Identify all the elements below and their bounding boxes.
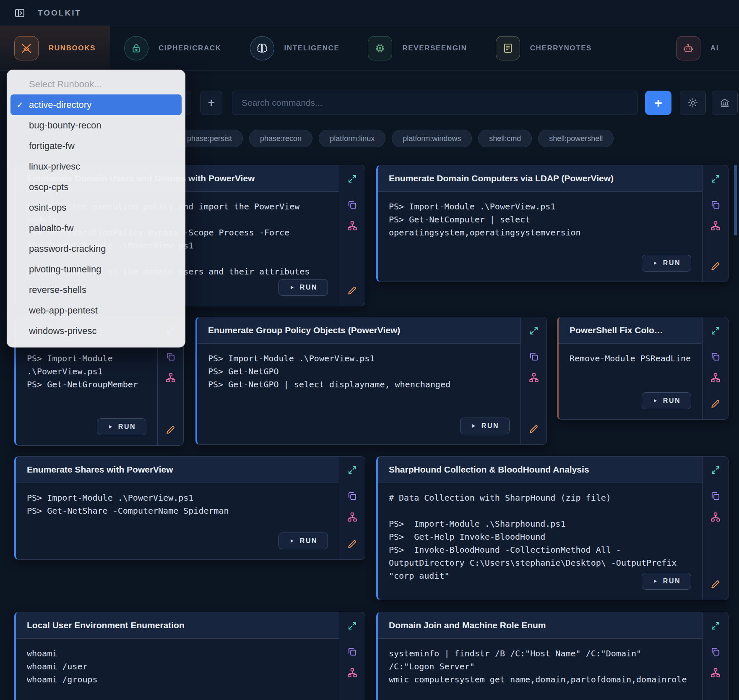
run-button[interactable]: RUN: [278, 279, 328, 296]
runbook-option[interactable]: ✓ reverse-shells: [10, 279, 182, 300]
runbook-dropdown-placeholder: Select Runbook...: [10, 74, 182, 94]
add-runbook-button[interactable]: +: [200, 91, 222, 115]
tab-label: CIPHER/CRACK: [159, 44, 221, 52]
runbook-option[interactable]: ✓ paloalto-fw: [10, 218, 182, 238]
copy-icon[interactable]: [163, 349, 179, 365]
expand-icon[interactable]: [703, 612, 728, 639]
copy-icon[interactable]: [344, 488, 360, 504]
workflow-icon[interactable]: [526, 370, 542, 386]
workflow-icon[interactable]: [708, 218, 723, 234]
filter-tag[interactable]: phase:recon: [249, 130, 312, 147]
workflow-icon[interactable]: [344, 665, 360, 681]
command-card: Enumerate Domain Computers via LDAP (Pow…: [376, 165, 729, 282]
expand-icon[interactable]: [339, 165, 365, 192]
workflow-icon[interactable]: [708, 509, 723, 525]
filter-tag[interactable]: platform:windows: [392, 130, 472, 147]
card-title: Enumerate Shares with PowerView: [16, 457, 339, 483]
card-rail: [702, 612, 728, 700]
tab-cherrynotes[interactable]: CHERRYNOTES: [481, 26, 606, 71]
run-button[interactable]: RUN: [460, 418, 510, 434]
search-input[interactable]: [232, 91, 638, 115]
run-label: RUN: [300, 537, 317, 545]
runbook-option[interactable]: ✓ oscp-cpts: [10, 177, 182, 197]
tab-intelligence[interactable]: INTELIGENCE: [236, 26, 354, 71]
tab-ai[interactable]: AI: [662, 26, 733, 71]
runbook-option[interactable]: ✓ active-directory: [10, 94, 182, 115]
play-icon: [471, 423, 476, 429]
tab-label: AI: [710, 44, 719, 52]
tab-label: INTELIGENCE: [284, 44, 340, 52]
workflow-icon[interactable]: [344, 218, 360, 234]
filter-tag[interactable]: shell:cmd: [478, 130, 532, 147]
command-card: Enumerate Group Policy Objects (PowerVie…: [195, 317, 547, 445]
command-card: PowerShell Fix Colo… Remove-Module PSRea…: [557, 317, 729, 420]
run-button[interactable]: RUN: [278, 533, 328, 549]
run-label: RUN: [481, 422, 499, 430]
card-code: whoami whoami /user whoami /groups: [16, 639, 339, 700]
edit-pencil-icon[interactable]: [526, 421, 542, 437]
play-icon: [652, 578, 658, 584]
runbook-options-list: ✓ active-directory ✓ bug-bounty-recon ✓ …: [7, 94, 185, 341]
tab-reverse-engineering[interactable]: REVERSEENGIN: [354, 26, 481, 71]
runbook-option[interactable]: ✓ osint-ops: [10, 197, 182, 218]
robot-icon: [676, 36, 700, 60]
play-icon: [652, 260, 658, 266]
run-label: RUN: [663, 259, 681, 267]
copy-icon[interactable]: [708, 197, 723, 213]
run-button[interactable]: RUN: [642, 255, 691, 272]
run-label: RUN: [663, 397, 681, 405]
command-card: Domain Join and Machine Role Enum system…: [376, 612, 729, 700]
runbook-option[interactable]: ✓ fortigate-fw: [10, 136, 182, 156]
app-title: TOOLKIT: [38, 8, 81, 18]
run-button[interactable]: RUN: [642, 573, 691, 590]
runbook-option[interactable]: ✓ password-cracking: [10, 238, 182, 259]
runbook-option[interactable]: ✓ windows-privesc: [10, 321, 182, 341]
play-icon: [289, 285, 295, 290]
tab-runbooks[interactable]: RUNBOOKS: [0, 26, 110, 71]
copy-icon[interactable]: [344, 644, 360, 660]
edit-pencil-icon[interactable]: [344, 536, 360, 552]
edit-pencil-icon[interactable]: [708, 396, 723, 412]
workflow-icon[interactable]: [708, 665, 723, 681]
copy-icon[interactable]: [708, 349, 723, 365]
runbook-option[interactable]: ✓ bug-bounty-recon: [10, 115, 182, 136]
edit-pencil-icon[interactable]: [344, 282, 360, 298]
edit-pencil-icon[interactable]: [708, 258, 723, 274]
expand-icon[interactable]: [703, 165, 728, 192]
runbook-option[interactable]: ✓ linux-privesc: [10, 156, 182, 177]
edit-pencil-icon[interactable]: [163, 422, 179, 438]
sidebar-toggle-icon[interactable]: [13, 6, 27, 20]
runbook-option[interactable]: ✓ pivoting-tunneling: [10, 259, 182, 279]
card-title: PowerShell Fix Colo…: [559, 317, 702, 344]
expand-icon[interactable]: [339, 612, 365, 639]
run-button[interactable]: RUN: [97, 418, 146, 435]
tab-label: RUNBOOKS: [49, 44, 96, 52]
workflow-icon[interactable]: [344, 509, 360, 525]
scrollbar-thumb[interactable]: [734, 165, 737, 235]
run-label: RUN: [663, 577, 681, 585]
filter-tag[interactable]: phase:persist: [176, 130, 243, 147]
edit-pencil-icon[interactable]: [708, 576, 723, 592]
copy-icon[interactable]: [526, 349, 542, 365]
main-nav: RUNBOOKS CIPHER/CRACK INTELIGENCE REVERS…: [0, 26, 739, 71]
expand-icon[interactable]: [521, 317, 546, 344]
card-rail: [702, 457, 728, 600]
copy-icon[interactable]: [708, 488, 723, 504]
copy-icon[interactable]: [344, 197, 360, 213]
expand-icon[interactable]: [339, 457, 365, 483]
runbook-option[interactable]: ✓ web-app-pentest: [10, 300, 182, 321]
filter-tag[interactable]: shell:powershell: [538, 130, 614, 147]
workflow-icon[interactable]: [163, 370, 179, 386]
card-rail: [339, 165, 365, 306]
filter-tag[interactable]: platform:linux: [319, 130, 385, 147]
settings-gear-icon[interactable]: [680, 91, 706, 115]
expand-icon[interactable]: [703, 317, 728, 344]
tab-cipher-crack[interactable]: CIPHER/CRACK: [110, 26, 236, 71]
workflow-icon[interactable]: [708, 370, 723, 386]
home-icon[interactable]: [712, 91, 738, 115]
expand-icon[interactable]: [703, 457, 728, 483]
card-rail: [339, 612, 365, 700]
run-button[interactable]: RUN: [642, 392, 691, 409]
add-command-button[interactable]: +: [645, 91, 671, 115]
copy-icon[interactable]: [708, 644, 723, 660]
